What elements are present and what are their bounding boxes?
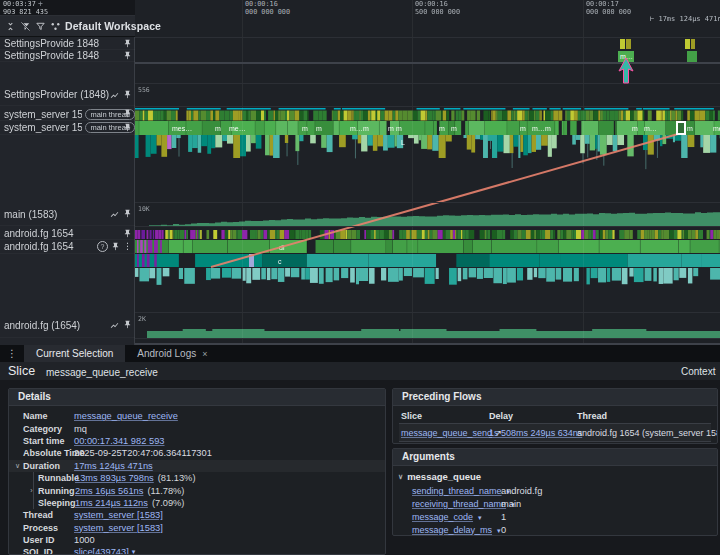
pin-icon[interactable] (123, 47, 132, 65)
argument-key-link[interactable]: message_delay_ms (412, 525, 492, 535)
pinned-slice[interactable] (620, 39, 625, 49)
track-row-settingsprovide-1848[interactable]: SettingsProvide 1848 (0, 50, 135, 62)
workspace-selector[interactable]: Default Workspace (65, 20, 161, 32)
sql-id-dropdown-icon[interactable]: ▾ (132, 548, 136, 555)
track-name: system_server 1583 (4, 109, 82, 120)
collapse-tracks-icon[interactable] (5, 21, 16, 32)
tab-menu-icon[interactable]: ⋮ (0, 345, 24, 362)
flow-delay-link[interactable]: 1s 508ms 249µs 634ns (489, 428, 582, 438)
flows-row: message_queue_send ↗1s 508ms 249µs 634ns… (399, 424, 711, 442)
argument-value: 1 (501, 512, 506, 522)
help-icon[interactable]: ? (97, 241, 108, 252)
detail-row-start-time: Start time00:00:17.341 982 593 (9, 435, 385, 447)
track-name: SettingsProvide 1848 (4, 38, 99, 49)
arguments-body: ∨message_queuesending_thread_name ▾andro… (393, 469, 717, 536)
detail-value-link[interactable]: 1ms 214µs 112ns (75, 498, 148, 508)
ruler-frac: 000 000 000 (245, 9, 290, 17)
detail-row-runnable: Runnable13ms 893µs 798ns(81.13%) (34, 472, 385, 484)
argument-dropdown-icon[interactable]: ▾ (476, 514, 481, 521)
track-name: main (1583) (4, 209, 57, 220)
detail-row-category: Categorymq (9, 422, 385, 434)
argument-key-link[interactable]: receiving_thread_name (412, 499, 506, 509)
selection-header-bar: Slice message_queue_receive Context (0, 362, 720, 381)
track-icons (109, 316, 132, 334)
detail-row-name: Namemessage_queue_receive (9, 410, 385, 422)
tab-android-logs[interactable]: Android Logs × (125, 345, 219, 362)
detail-row-user-id: User ID1000 (9, 534, 385, 546)
detail-label: Name (23, 411, 74, 421)
pin-icon[interactable] (123, 86, 132, 104)
time-gridline (242, 0, 243, 345)
workspace-toolbar: Default Workspace (0, 16, 135, 37)
time-ruler-mark: 00:00:16500 000 000 (415, 1, 460, 16)
tab-current-selection[interactable]: Current Selection (24, 345, 125, 362)
detail-value-link[interactable]: message_queue_receive (74, 411, 178, 421)
flows-column-header: Thread (575, 411, 711, 421)
argument-dropdown-icon[interactable]: ▾ (495, 527, 500, 534)
preceding-flows-table: SliceDelayThreadmessage_queue_send ↗1s 5… (393, 408, 717, 442)
pinned-slice[interactable] (691, 39, 695, 49)
detail-value-link[interactable]: slice[439743] (74, 547, 129, 555)
detail-value: 1000 (74, 535, 95, 545)
detail-value-link[interactable]: 2ms 16µs 561ns (75, 486, 143, 496)
hover-timestamp: 00:03:37 903 821 435 + (0, 0, 135, 16)
selection-duration-measure: ⊢ 17ms 124µs 471ns (650, 15, 720, 23)
collapse-icon[interactable]: ∨ (13, 462, 22, 470)
argument-value: 0 (501, 525, 506, 535)
pinned-slice[interactable] (626, 39, 631, 49)
argument-key-link[interactable]: message_code (412, 512, 473, 522)
track-row-system-server-1583[interactable]: system_server 1583main thread (0, 121, 135, 135)
track-row-settingsprovider-1848-[interactable]: SettingsProvider (1848) (0, 84, 135, 106)
selection-slice-name: message_queue_receive (46, 367, 158, 378)
expand-icon[interactable]: › (27, 487, 36, 494)
bottom-tab-bar: ⋮ Current Selection Android Logs × (0, 345, 720, 362)
pin-icon[interactable] (123, 316, 132, 334)
track-icons: ?⋮ (97, 238, 132, 256)
argument-row-message_delay_ms: message_delay_ms ▾0 (393, 523, 717, 536)
detail-row-running: ›Running2ms 16µs 561ns(11.78%) (34, 484, 385, 496)
pin-icon[interactable] (123, 205, 132, 223)
flow-slice-link[interactable]: message_queue_send (401, 428, 492, 438)
selected-slice[interactable] (676, 121, 686, 135)
track-row-android-fg-1654-[interactable]: android.fg (1654) (0, 313, 135, 338)
track-row-android-fg-1654[interactable]: android.fg 1654?⋮ (0, 240, 135, 254)
track-icons (123, 119, 132, 137)
close-tab-icon[interactable]: × (202, 349, 207, 359)
timeline-area[interactable]: 00:00:16000 000 00000:00:16500 000 00000… (0, 0, 720, 345)
track-row-system-server-1583[interactable]: system_server 1583main thread (0, 108, 135, 121)
fg-counter-track[interactable] (135, 313, 720, 339)
plus-icon: + (38, 0, 43, 8)
flows-thread-cell: android.fg 1654 (system_server 1583) (575, 428, 718, 438)
tab-label: Android Logs (137, 348, 196, 359)
detail-value-link[interactable]: 00:00:17.341 982 593 (74, 436, 164, 446)
detail-value-link[interactable]: system_server [1583] (74, 510, 163, 520)
filter-icon[interactable] (35, 21, 46, 32)
pin-icon[interactable] (123, 119, 132, 137)
contextual-options-button[interactable]: Context (681, 366, 715, 377)
fg-slices-track[interactable] (135, 240, 720, 285)
pinned-slice[interactable] (685, 39, 690, 49)
sys-thread-state-track[interactable] (135, 108, 720, 121)
sys-slices-track[interactable] (135, 121, 720, 181)
detail-value-link[interactable]: 17ms 124µs 471ns (74, 461, 153, 471)
counter-unit-label: 2K (138, 315, 146, 323)
argument-key-link[interactable]: sending_thread_name (412, 486, 502, 496)
detail-extra: (81.13%) (158, 473, 196, 483)
fg-thread-state-track[interactable] (135, 228, 720, 240)
detail-value-link[interactable]: 13ms 893µs 798ns (75, 473, 154, 483)
track-row-settingsprovide-1848[interactable]: SettingsProvide 1848 (0, 38, 135, 50)
pinned-slice[interactable] (687, 51, 697, 62)
track-sidebar: 00:03:37 903 821 435 + Default Workspace (0, 0, 135, 345)
filter-off-icon[interactable] (20, 21, 31, 32)
kebab-menu-icon[interactable]: ⋮ (123, 242, 132, 251)
detail-value-link[interactable]: system_server [1583] (74, 523, 163, 533)
track-row-main-1583-[interactable]: main (1583) (0, 203, 135, 226)
argument-row-message_code: message_code ▾1 (393, 510, 717, 523)
main-counter-track[interactable] (135, 203, 720, 226)
detail-label: Runnable (38, 473, 75, 483)
argument-group-row[interactable]: ∨message_queue (393, 469, 717, 484)
chart-line-icon (109, 86, 120, 104)
pin-icon[interactable] (111, 238, 120, 256)
collapse-icon[interactable]: ∨ (398, 473, 403, 481)
flows-slice-cell: message_queue_send ↗ (399, 428, 487, 438)
